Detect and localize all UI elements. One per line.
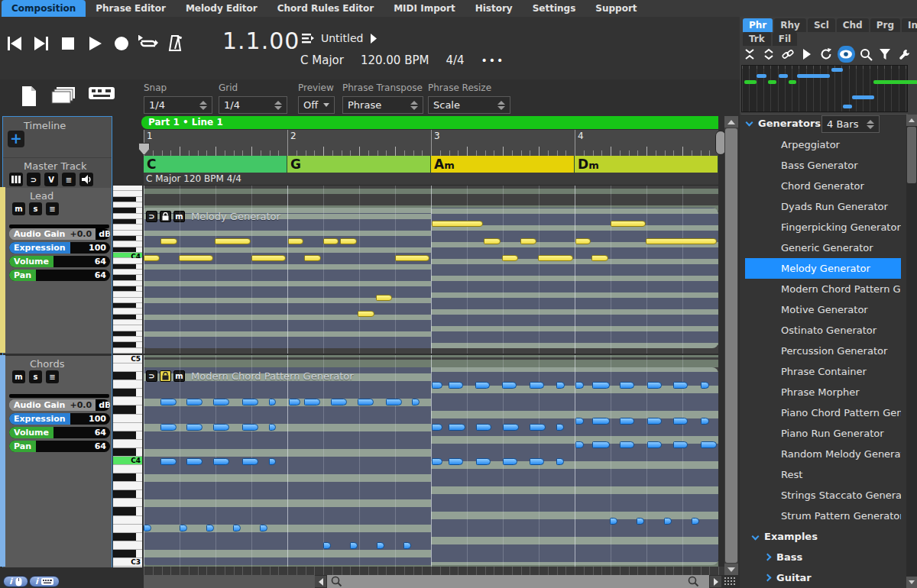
collapse-icon[interactable] <box>741 46 757 63</box>
chord-note[interactable] <box>530 382 544 389</box>
chord-note[interactable] <box>592 418 610 425</box>
zoom-icon[interactable] <box>688 576 699 587</box>
track-slider[interactable]: Audio Gain+0.0dB <box>9 228 110 240</box>
generator-item[interactable]: Strum Pattern Generator <box>745 506 901 526</box>
speaker-icon[interactable] <box>79 173 93 186</box>
piano-key-D#3[interactable] <box>113 533 142 541</box>
chord-note[interactable] <box>701 441 717 448</box>
solo-button[interactable]: s <box>29 202 42 215</box>
chord-note[interactable] <box>701 418 709 425</box>
generators-scrollbar[interactable] <box>906 115 917 588</box>
scrollbar-thumb[interactable] <box>907 127 916 183</box>
magnet-icon[interactable]: ⊃ <box>146 211 157 222</box>
generators-header[interactable]: Generators 4 Bars <box>740 115 917 134</box>
melody-note[interactable] <box>538 255 573 261</box>
skip-to-start-button[interactable] <box>5 34 24 53</box>
phrase-title[interactable]: Modern Chord Pattern Generator <box>191 370 354 382</box>
piano-key-A#3[interactable] <box>113 264 142 270</box>
chord-note[interactable] <box>692 518 699 525</box>
hscroll-thumb[interactable] <box>327 575 709 588</box>
menu-tab[interactable]: Melody Editor <box>176 0 267 17</box>
piano-key-C5[interactable]: C5 <box>113 355 142 363</box>
generator-item[interactable]: Fingerpicking Generator <box>745 217 901 237</box>
chord-note[interactable] <box>647 382 662 389</box>
chord-note[interactable] <box>180 525 187 531</box>
chord-note[interactable] <box>575 418 584 425</box>
generator-item[interactable]: Arpeggiator <box>745 134 901 155</box>
track-chords[interactable]: Chords m s ≡ Audio Gain+0.0dBExpression1… <box>3 356 112 567</box>
chord-note[interactable] <box>242 424 258 431</box>
chord-note[interactable] <box>556 458 564 465</box>
chord-note[interactable] <box>610 518 617 525</box>
piano-key-A#3[interactable] <box>113 473 142 482</box>
melody-note[interactable] <box>340 238 357 244</box>
menu-tab[interactable]: Settings <box>523 0 586 17</box>
piano-key-C4[interactable]: C4 <box>113 253 142 258</box>
piano-key-C3[interactable]: C3 <box>113 558 142 567</box>
browser-tab[interactable]: Ins <box>902 18 917 32</box>
generator-item[interactable]: Piano Run Generator <box>745 423 901 444</box>
browser-tab[interactable]: Rhy <box>774 18 806 32</box>
browser-tab[interactable]: Phr <box>743 18 773 32</box>
piano-key-C5[interactable] <box>113 186 142 191</box>
chord-note[interactable] <box>530 458 544 465</box>
piano-key-F3[interactable] <box>113 516 142 525</box>
chord-note[interactable] <box>556 424 564 431</box>
piano-key-F#3[interactable] <box>113 507 142 515</box>
chord-block[interactable]: Am <box>431 156 575 173</box>
piano-key-C#3[interactable] <box>113 550 142 558</box>
chord-note[interactable] <box>186 424 203 431</box>
chord-note[interactable] <box>403 542 411 549</box>
resize-grip[interactable] <box>724 577 736 586</box>
chord-note[interactable] <box>269 399 276 405</box>
chord-note[interactable] <box>664 518 672 525</box>
chord-note[interactable] <box>269 458 276 465</box>
mute-button[interactable]: m <box>12 202 25 215</box>
chord-note[interactable] <box>160 458 177 465</box>
piano-key-E4[interactable] <box>113 423 142 431</box>
melody-note[interactable] <box>215 238 251 244</box>
chord-note[interactable] <box>476 424 491 431</box>
track-slider[interactable]: Audio Gain+0.0dB <box>9 399 110 411</box>
phrase-melody[interactable]: ⊃ m Melody Generator <box>144 208 718 348</box>
chord-note[interactable] <box>260 525 267 531</box>
mute-m-icon[interactable]: m <box>173 370 185 382</box>
chord-note[interactable] <box>449 382 463 389</box>
melody-note[interactable] <box>502 255 518 261</box>
piano-key-F4[interactable] <box>113 225 142 230</box>
generator-item[interactable]: Melody Generator <box>745 258 901 279</box>
chord-note[interactable] <box>206 525 214 531</box>
piano-key-G#2[interactable] <box>113 342 142 347</box>
examples-header[interactable]: Examples <box>745 526 906 547</box>
chord-note[interactable] <box>637 518 644 525</box>
melody-note[interactable] <box>323 238 339 244</box>
chord-note[interactable] <box>673 382 688 389</box>
piano-key-B3[interactable] <box>113 258 142 263</box>
browser-tab[interactable]: Prg <box>870 18 900 32</box>
scroll-up-icon[interactable] <box>906 115 917 126</box>
piano-key-D#4[interactable] <box>113 431 142 440</box>
song-tempo[interactable]: 120.00 BPM <box>361 53 429 67</box>
chord-note[interactable] <box>620 441 634 448</box>
wrench-icon[interactable] <box>896 46 912 63</box>
timeline-ruler[interactable]: 1234 <box>144 130 718 156</box>
chevron-down-icon[interactable] <box>752 533 760 541</box>
virtual-keyboard-icon[interactable] <box>89 86 115 107</box>
phrase-title[interactable]: Melody Generator <box>191 211 280 222</box>
phrase-resize-select[interactable]: Scale <box>428 96 510 114</box>
melody-note[interactable] <box>395 255 429 261</box>
grid-select[interactable]: 1/4 <box>219 96 287 114</box>
chord-block[interactable]: Dm <box>575 156 718 173</box>
piano-key-G3[interactable] <box>113 281 142 286</box>
chord-note[interactable] <box>323 542 331 549</box>
play-icon[interactable] <box>799 46 815 63</box>
piano-key-D3[interactable] <box>113 541 142 550</box>
scroll-left-icon[interactable] <box>315 576 326 587</box>
chord-note[interactable] <box>575 382 584 389</box>
piano-key-F4[interactable] <box>113 415 142 423</box>
menu-tab[interactable]: Composition <box>2 0 86 17</box>
piano-key-E4[interactable] <box>113 231 142 236</box>
piano-key-D4[interactable] <box>113 241 142 247</box>
chord-note[interactable] <box>242 399 258 405</box>
record-button[interactable] <box>112 34 131 53</box>
